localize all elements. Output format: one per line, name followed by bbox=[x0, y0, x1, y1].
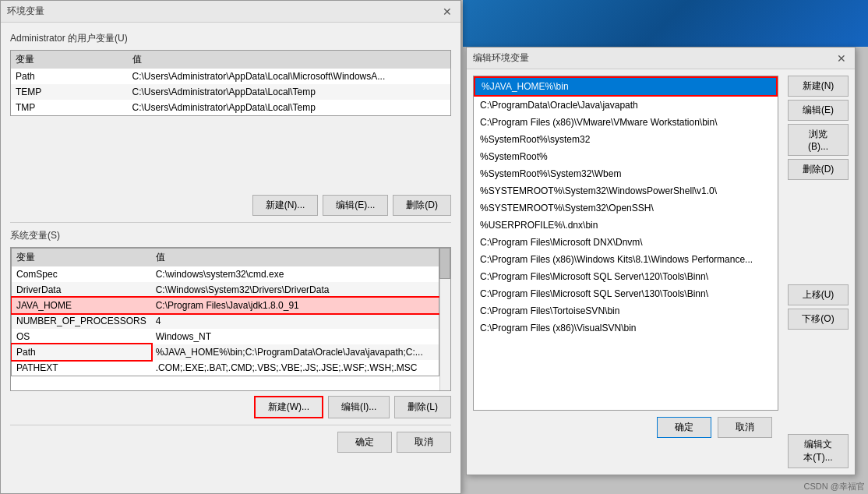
system-vars-body: ComSpecC:\windows\system32\cmd.exeDriver… bbox=[12, 266, 439, 376]
system-var-row[interactable]: DriverDataC:\Windows\System32\Drivers\Dr… bbox=[12, 282, 439, 298]
path-browse-btn[interactable]: 浏览(B)... bbox=[788, 124, 849, 156]
user-edit-btn[interactable]: 编辑(E)... bbox=[323, 195, 388, 216]
env-dialog-title: 环境变量 bbox=[7, 5, 44, 18]
system-var-value: C:\Windows\System32\Drivers\DriverData bbox=[151, 282, 439, 298]
system-var-row[interactable]: OSWindows_NT bbox=[12, 329, 439, 344]
system-delete-btn[interactable]: 删除(L) bbox=[394, 396, 451, 418]
user-vars-table: 变量 值 PathC:\Users\Administrator\AppData\… bbox=[10, 50, 451, 116]
path-delete-btn[interactable]: 删除(D) bbox=[788, 159, 849, 180]
user-col-name-header: 变量 bbox=[11, 51, 128, 69]
system-var-name: PATHEXT bbox=[12, 360, 151, 376]
system-vars-header-row: 变量 值 bbox=[12, 249, 439, 267]
env-ok-btn[interactable]: 确定 bbox=[337, 432, 392, 453]
system-col-name-header: 变量 bbox=[12, 249, 151, 267]
scrollbar[interactable] bbox=[439, 248, 450, 390]
path-list-item[interactable]: %SystemRoot%\System32\Wbem bbox=[474, 165, 778, 182]
path-list[interactable]: %JAVA_HOME%\binC:\ProgramData\Oracle\Jav… bbox=[473, 76, 778, 411]
user-section-label: Administrator 的用户变量(U) bbox=[10, 32, 451, 45]
env-dialog-close[interactable]: ✕ bbox=[440, 5, 454, 19]
system-var-name: Path bbox=[12, 344, 151, 360]
user-vars-header-row: 变量 值 bbox=[11, 51, 451, 69]
section-divider bbox=[10, 222, 451, 223]
system-section-label: 系统变量(S) bbox=[10, 229, 451, 242]
path-edit-btn[interactable]: 编辑(E) bbox=[788, 100, 849, 121]
scrollbar-thumb[interactable] bbox=[439, 248, 450, 279]
edit-dialog-content: %JAVA_HOME%\binC:\ProgramData\Oracle\Jav… bbox=[467, 69, 855, 475]
user-var-row[interactable]: TEMPC:\Users\Administrator\AppData\Local… bbox=[11, 84, 451, 100]
path-list-item[interactable]: C:\Program Files\Microsoft SQL Server\13… bbox=[474, 285, 778, 302]
system-var-name: ComSpec bbox=[12, 266, 151, 282]
system-vars-wrapper: 变量 值 ComSpecC:\windows\system32\cmd.exeD… bbox=[10, 247, 451, 391]
path-new-btn[interactable]: 新建(N) bbox=[788, 76, 849, 97]
system-var-name: JAVA_HOME bbox=[12, 298, 151, 313]
system-new-btn[interactable]: 新建(W)... bbox=[254, 396, 323, 418]
path-list-item[interactable]: %SystemRoot%\system32 bbox=[474, 131, 778, 148]
system-var-value: %JAVA_HOME%\bin;C:\ProgramData\Oracle\Ja… bbox=[151, 344, 439, 360]
path-list-item[interactable]: C:\Program Files (x86)\Windows Kits\8.1\… bbox=[474, 251, 778, 268]
system-btn-row: 新建(W)... 编辑(I)... 删除(L) bbox=[10, 396, 451, 418]
system-var-name: DriverData bbox=[12, 282, 151, 298]
edit-bottom-btns: 确定 取消 bbox=[473, 411, 778, 444]
path-list-item[interactable]: C:\Program Files (x86)\VisualSVN\bin bbox=[474, 319, 778, 337]
system-edit-btn[interactable]: 编辑(I)... bbox=[328, 396, 390, 418]
path-list-item[interactable]: C:\Program Files\Microsoft SQL Server\12… bbox=[474, 268, 778, 285]
edit-dialog-close[interactable]: ✕ bbox=[834, 51, 849, 65]
system-vars-table: 变量 值 ComSpecC:\windows\system32\cmd.exeD… bbox=[11, 248, 439, 376]
edit-action-buttons: 新建(N) 编辑(E) 浏览(B)... 删除(D) 上移(U) 下移(O) 编… bbox=[785, 69, 855, 475]
env-dialog-titlebar: 环境变量 ✕ bbox=[1, 1, 460, 23]
user-var-name: TMP bbox=[11, 100, 128, 116]
user-btn-row: 新建(N)... 编辑(E)... 删除(D) bbox=[10, 195, 451, 216]
edit-env-dialog: 编辑环境变量 ✕ %JAVA_HOME%\binC:\ProgramData\O… bbox=[466, 47, 856, 475]
path-list-item[interactable]: %SYSTEMROOT%\System32\OpenSSH\ bbox=[474, 199, 778, 217]
user-delete-btn[interactable]: 删除(D) bbox=[393, 195, 451, 216]
user-var-name: TEMP bbox=[11, 84, 128, 100]
system-var-row[interactable]: PATHEXT.COM;.EXE;.BAT;.CMD;.VBS;.VBE;.JS… bbox=[12, 360, 439, 376]
system-col-val-header: 值 bbox=[151, 249, 439, 267]
system-var-row[interactable]: Path%JAVA_HOME%\bin;C:\ProgramData\Oracl… bbox=[12, 344, 439, 360]
path-list-item[interactable]: %JAVA_HOME%\bin bbox=[474, 76, 778, 97]
system-var-value: 4 bbox=[151, 313, 439, 329]
bottom-divider bbox=[10, 425, 451, 425]
edit-dialog-titlebar: 编辑环境变量 ✕ bbox=[467, 48, 855, 69]
system-var-value: Windows_NT bbox=[151, 329, 439, 344]
path-down-btn[interactable]: 下移(O) bbox=[788, 309, 849, 330]
system-var-name: NUMBER_OF_PROCESSORS bbox=[12, 313, 151, 329]
path-list-area: %JAVA_HOME%\binC:\ProgramData\Oracle\Jav… bbox=[467, 69, 785, 475]
edit-ok-btn[interactable]: 确定 bbox=[657, 417, 711, 438]
path-list-item[interactable]: %USERPROFILE%\.dnx\bin bbox=[474, 217, 778, 234]
user-vars-container: 变量 值 PathC:\Users\Administrator\AppData\… bbox=[10, 50, 451, 190]
system-var-value: .COM;.EXE;.BAT;.CMD;.VBS;.VBE;.JS;.JSE;.… bbox=[151, 360, 439, 376]
user-vars-body: PathC:\Users\Administrator\AppData\Local… bbox=[11, 69, 451, 116]
path-list-item[interactable]: C:\ProgramData\Oracle\Java\javapath bbox=[474, 97, 778, 114]
edit-cancel-btn[interactable]: 取消 bbox=[718, 417, 772, 438]
system-var-row[interactable]: ComSpecC:\windows\system32\cmd.exe bbox=[12, 266, 439, 282]
system-var-row[interactable]: NUMBER_OF_PROCESSORS4 bbox=[12, 313, 439, 329]
user-new-btn[interactable]: 新建(N)... bbox=[252, 195, 319, 216]
user-col-val-header: 值 bbox=[128, 51, 451, 69]
user-var-value: C:\Users\Administrator\AppData\Local\Mic… bbox=[128, 69, 451, 84]
edit-dialog-title: 编辑环境变量 bbox=[473, 51, 529, 65]
bottom-btn-row: 确定 取消 bbox=[10, 432, 451, 453]
user-var-name: Path bbox=[11, 69, 128, 84]
system-var-row[interactable]: JAVA_HOMEC:\Program Files\Java\jdk1.8.0_… bbox=[12, 298, 439, 313]
system-var-value: C:\windows\system32\cmd.exe bbox=[151, 266, 439, 282]
env-variables-dialog: 环境变量 ✕ Administrator 的用户变量(U) 变量 值 PathC… bbox=[0, 0, 461, 494]
path-list-item[interactable]: %SYSTEMROOT%\System32\WindowsPowerShell\… bbox=[474, 182, 778, 199]
user-var-row[interactable]: PathC:\Users\Administrator\AppData\Local… bbox=[11, 69, 451, 84]
system-var-name: OS bbox=[12, 329, 151, 344]
path-list-item[interactable]: C:\Program Files (x86)\VMware\VMware Wor… bbox=[474, 114, 778, 131]
background-blue bbox=[463, 0, 868, 47]
path-list-item[interactable]: C:\Program Files\Microsoft DNX\Dnvm\ bbox=[474, 234, 778, 251]
path-up-btn[interactable]: 上移(U) bbox=[788, 284, 849, 305]
path-edit-text-btn[interactable]: 编辑文本(T)... bbox=[788, 434, 849, 468]
user-var-row[interactable]: TMPC:\Users\Administrator\AppData\Local\… bbox=[11, 100, 451, 116]
path-list-item[interactable]: C:\Program Files\TortoiseSVN\bin bbox=[474, 302, 778, 319]
system-var-value: C:\Program Files\Java\jdk1.8.0_91 bbox=[151, 298, 439, 313]
path-list-item[interactable]: %SystemRoot% bbox=[474, 148, 778, 165]
user-var-value: C:\Users\Administrator\AppData\Local\Tem… bbox=[128, 100, 451, 116]
env-cancel-btn[interactable]: 取消 bbox=[397, 432, 451, 453]
user-var-value: C:\Users\Administrator\AppData\Local\Tem… bbox=[128, 84, 451, 100]
csdn-watermark: CSDN @幸福官 bbox=[804, 481, 865, 492]
